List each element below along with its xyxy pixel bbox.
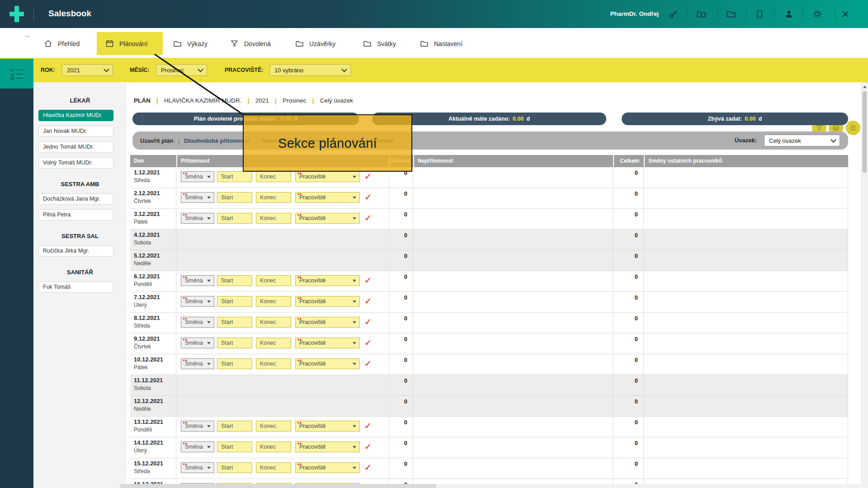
- required-marker-icon: [297, 339, 299, 340]
- workplace-select[interactable]: Pracoviště: [295, 296, 360, 307]
- tab-vykazy[interactable]: Výkazy: [173, 32, 208, 55]
- tablet-icon[interactable]: [754, 9, 765, 19]
- start-time-input[interactable]: Start: [217, 462, 252, 473]
- end-time-input[interactable]: Konec: [256, 338, 291, 348]
- end-time-input[interactable]: Konec: [256, 421, 291, 432]
- staff-list-item[interactable]: Hlavička Kazimír MUDr.: [38, 110, 113, 121]
- end-time-input[interactable]: Konec: [256, 441, 291, 452]
- shift-select[interactable]: Směna: [181, 462, 214, 473]
- tab-prehled[interactable]: Přehled: [43, 32, 80, 55]
- confirm-check-button[interactable]: ✓: [364, 317, 372, 327]
- staff-list-item[interactable]: Ručička Jirka Mgr.: [38, 245, 113, 257]
- confirm-check-button[interactable]: ✓: [364, 441, 372, 452]
- staff-list-item[interactable]: Jedno Tomáš MUDr.: [38, 141, 113, 153]
- tab-dovolena[interactable]: Dovolená: [230, 32, 271, 55]
- close-icon[interactable]: [840, 9, 851, 19]
- horizontal-scroll-thumb[interactable]: [120, 484, 436, 488]
- workload-label: Úvazek:: [735, 131, 757, 150]
- start-time-input[interactable]: Start: [217, 171, 252, 182]
- end-time-input[interactable]: Konec: [256, 192, 291, 203]
- workplace-select[interactable]: Pracoviště: [295, 462, 360, 473]
- end-time-input[interactable]: Konec: [256, 213, 291, 224]
- shift-select[interactable]: Směna: [181, 358, 214, 369]
- close-plan-link[interactable]: Uzavřít plán: [140, 137, 174, 144]
- start-time-input[interactable]: Start: [217, 296, 252, 307]
- tab-planovani[interactable]: Plánování: [97, 32, 163, 55]
- horizontal-scrollbar[interactable]: [120, 484, 868, 488]
- weekday-label: Sobota: [134, 385, 176, 391]
- menu-button[interactable]: [846, 121, 860, 135]
- shift-select[interactable]: Směna: [181, 441, 214, 452]
- folder-n-icon[interactable]: N: [696, 9, 707, 19]
- end-time-input[interactable]: Konec: [256, 462, 291, 473]
- start-time-input[interactable]: Start: [217, 275, 252, 286]
- longterm-presence-link[interactable]: Dlouhodobá přítomnost: [184, 137, 250, 144]
- confirm-check-button[interactable]: ✓: [364, 296, 372, 306]
- gear-icon[interactable]: [812, 9, 823, 19]
- total-presence-cell: 0: [389, 458, 413, 479]
- workplace-select[interactable]: Pracoviště: [295, 317, 360, 328]
- tab-svatky[interactable]: Svátky: [363, 32, 396, 55]
- workplace-select[interactable]: Pracoviště: [295, 358, 360, 369]
- shift-select[interactable]: Směna: [181, 421, 214, 432]
- end-time-input[interactable]: Konec: [256, 358, 291, 369]
- confirm-check-button[interactable]: ✓: [364, 171, 372, 182]
- confirm-check-button[interactable]: ✓: [364, 213, 372, 223]
- month-select[interactable]: Prosinec: [156, 64, 207, 76]
- start-time-input[interactable]: Start: [217, 421, 252, 432]
- year-select[interactable]: 2021: [62, 64, 113, 76]
- workplace-select[interactable]: Pracoviště: [295, 171, 360, 182]
- confirm-check-button[interactable]: ✓: [364, 358, 372, 369]
- workplace-filter-select[interactable]: 10 vybráno: [269, 64, 351, 76]
- end-time-input[interactable]: Konec: [256, 317, 291, 328]
- confirm-check-button[interactable]: ✓: [364, 421, 372, 431]
- workplace-select[interactable]: Pracoviště: [295, 275, 360, 286]
- shift-select[interactable]: Směna: [181, 171, 214, 182]
- staff-list-item[interactable]: Pilná Petra: [38, 209, 113, 221]
- collapse-arrow-icon[interactable]: →: [24, 32, 30, 39]
- staff-list-item[interactable]: Jan Novák MUDr.: [38, 126, 113, 137]
- select-caret-icon: [353, 176, 356, 178]
- confirm-check-button[interactable]: ✓: [364, 338, 372, 348]
- planning-sidebar-toggle[interactable]: [0, 59, 33, 89]
- select-caret-icon: [353, 217, 356, 220]
- staff-list-item[interactable]: Volný Tomáš MUDr.: [38, 157, 113, 169]
- user-icon[interactable]: [783, 9, 794, 19]
- workplace-select[interactable]: Pracoviště: [295, 441, 360, 452]
- start-time-input[interactable]: Start: [217, 192, 252, 203]
- start-time-input[interactable]: Start: [217, 441, 252, 452]
- key-icon[interactable]: [668, 9, 679, 19]
- workplace-select[interactable]: Pracoviště: [295, 192, 360, 203]
- start-time-input[interactable]: Start: [217, 213, 252, 224]
- end-time-input[interactable]: Konec: [256, 296, 291, 307]
- tab-nastaveni[interactable]: Nastavení: [420, 32, 462, 55]
- shift-select[interactable]: Směna: [181, 275, 214, 286]
- required-marker-icon: [297, 422, 299, 423]
- workplace-select[interactable]: Pracoviště: [295, 338, 360, 348]
- tab-uzaverky[interactable]: Uzávěrky: [295, 32, 335, 55]
- start-time-input[interactable]: Start: [217, 358, 252, 369]
- start-time-input[interactable]: Start: [217, 338, 252, 348]
- confirm-check-button[interactable]: ✓: [364, 275, 372, 286]
- required-marker-icon: [183, 360, 184, 361]
- end-time-input[interactable]: Konec: [256, 171, 291, 182]
- start-time-input[interactable]: Start: [217, 317, 252, 328]
- workload-select[interactable]: Celý úvazek: [764, 135, 840, 146]
- staff-list-item[interactable]: Fuk Tomáš: [38, 282, 113, 293]
- shift-select[interactable]: Směna: [181, 192, 214, 203]
- confirm-check-button[interactable]: ✓: [364, 462, 372, 473]
- shift-select[interactable]: Směna: [181, 296, 214, 307]
- end-time-input[interactable]: Konec: [256, 275, 291, 286]
- summary-value: 0.00: [513, 116, 524, 122]
- vertical-scroll-thumb[interactable]: [863, 91, 867, 173]
- confirm-check-button[interactable]: ✓: [364, 192, 372, 202]
- vertical-scrollbar[interactable]: [861, 82, 868, 488]
- folder-icon[interactable]: [726, 9, 736, 19]
- shift-select[interactable]: Směna: [181, 317, 214, 328]
- shift-select[interactable]: Směna: [181, 213, 214, 224]
- shift-select[interactable]: Směna: [181, 338, 214, 348]
- staff-list-item[interactable]: Docházková Jana Mgr.: [38, 193, 113, 205]
- scroll-up-icon[interactable]: [863, 85, 867, 88]
- workplace-select[interactable]: Pracoviště: [295, 421, 360, 432]
- workplace-select[interactable]: Pracoviště: [295, 213, 360, 224]
